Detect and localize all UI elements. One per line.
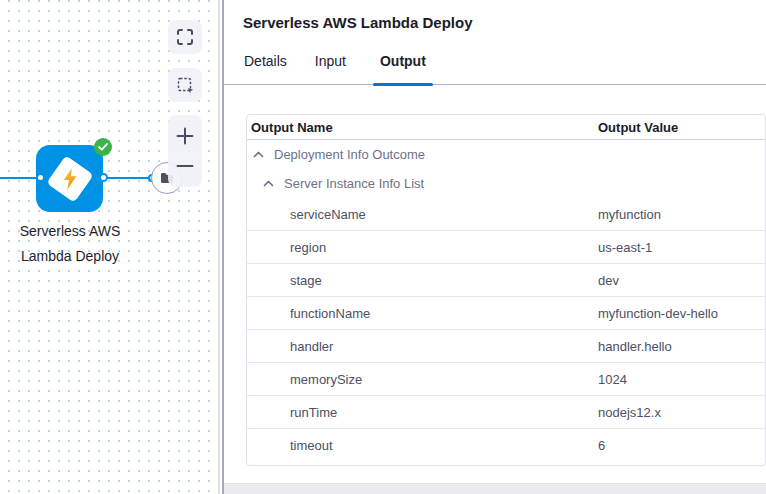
canvas-panel-divider [218,0,220,494]
output-name: runTime [247,405,598,420]
plus-icon [176,127,194,145]
tab-bar: DetailsInputOutput [224,53,766,85]
lambda-lightning-icon [61,167,79,191]
output-name: region [247,240,598,255]
group-label: Deployment Info Outcome [274,147,425,162]
output-row-serviceName: serviceNamemyfunction [247,198,765,231]
marquee-select-icon [177,77,194,94]
collapse-toggle[interactable] [253,151,264,158]
output-table: Output Name Output Value Deployment Info… [246,114,766,466]
minus-icon [176,157,194,175]
node-port-right [99,173,108,182]
marquee-select-button[interactable] [168,68,202,102]
fit-view-icon [177,29,193,45]
tab-output[interactable]: Output [373,53,433,84]
column-header-output-name: Output Name [247,120,598,135]
edge-outgoing [103,177,153,179]
output-group-row[interactable]: Server Instance Info List [247,169,765,198]
chevron-up-icon[interactable] [263,180,274,187]
output-value: 6 [598,438,765,453]
fit-view-button[interactable] [168,20,202,54]
check-icon [98,143,108,151]
output-row-handler: handlerhandler.hello [247,330,765,363]
output-name: serviceName [247,207,598,222]
node-label-line1: Serverless AWS [0,219,140,244]
output-row-runTime: runTimenodejs12.x [247,396,765,429]
tab-input[interactable]: Input [314,53,347,84]
zoom-in-button[interactable] [168,122,202,150]
panel-bottom-strip [224,483,766,494]
node-label: Serverless AWS Lambda Deploy [0,219,140,269]
node-label-line2: Lambda Deploy [0,244,140,269]
output-value: myfunction-dev-hello [598,306,765,321]
step-node-serverless-lambda-deploy[interactable] [36,145,103,212]
output-value: dev [598,273,765,288]
output-table-header: Output Name Output Value [247,115,765,140]
output-name: functionName [247,306,598,321]
column-header-output-value: Output Value [598,120,765,135]
chevron-up-icon[interactable] [253,151,264,158]
tab-details[interactable]: Details [243,53,288,84]
pipeline-canvas[interactable]: Serverless AWS Lambda Deploy [0,0,218,494]
zoom-out-button[interactable] [168,152,202,180]
lambda-diamond [46,155,93,202]
zoom-controls [168,115,202,187]
output-name: handler [247,339,598,354]
output-row-timeout: timeout6 [247,429,765,462]
output-value: handler.hello [598,339,765,354]
group-label: Server Instance Info List [284,176,424,191]
output-name: timeout [247,438,598,453]
output-row-memorySize: memorySize1024 [247,363,765,396]
output-group-row[interactable]: Deployment Info Outcome [247,140,765,169]
step-details-panel: Serverless AWS Lambda Deploy DetailsInpu… [224,0,766,494]
output-value: nodejs12.x [598,405,765,420]
output-value: us-east-1 [598,240,765,255]
output-row-stage: stagedev [247,264,765,297]
output-name: stage [247,273,598,288]
output-value: myfunction [598,207,765,222]
output-row-functionName: functionNamemyfunction-dev-hello [247,297,765,330]
output-row-region: regionus-east-1 [247,231,765,264]
output-name: memorySize [247,372,598,387]
collapse-toggle[interactable] [263,180,274,187]
output-table-body: Deployment Info OutcomeServer Instance I… [247,140,765,462]
node-port-left [36,173,45,182]
output-value: 1024 [598,372,765,387]
panel-title: Serverless AWS Lambda Deploy [224,0,766,31]
status-success-badge [94,138,112,156]
